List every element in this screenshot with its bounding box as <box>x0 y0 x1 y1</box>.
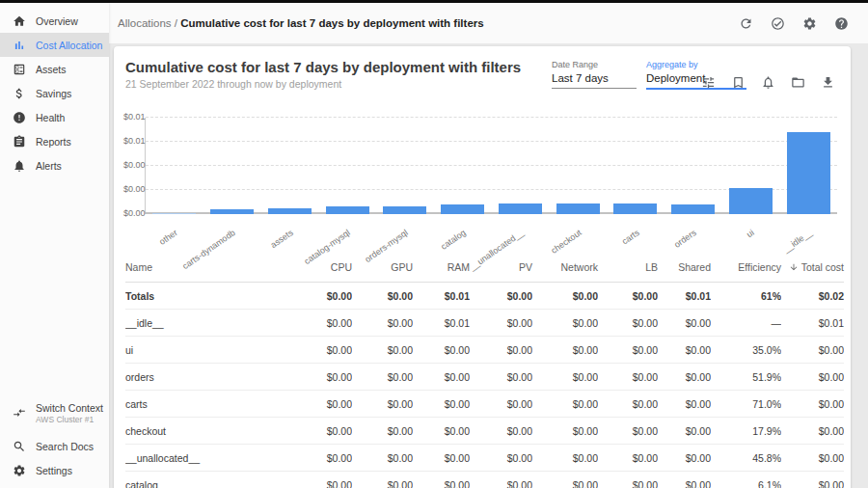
gear-button[interactable] <box>798 12 821 35</box>
chart-bar-catalog[interactable] <box>441 204 484 214</box>
cell-ram: $0.01 <box>413 283 470 310</box>
x-axis-tick-label: catalog <box>439 228 468 252</box>
cell-cpu: $0.00 <box>294 472 352 488</box>
tune-button[interactable] <box>698 72 718 92</box>
breadcrumb-section[interactable]: Allocations <box>118 17 172 29</box>
column-header-gpu[interactable]: GPU <box>352 253 413 283</box>
chart-slot <box>665 118 722 214</box>
cell-total-cost: $0.00 <box>781 418 844 445</box>
report-card: Cumulative cost for last 7 days by deplo… <box>114 46 851 488</box>
cell-efficiency: 71.0% <box>711 391 781 418</box>
table-row-carts[interactable]: carts$0.00$0.00$0.00$0.00$0.00$0.00$0.00… <box>125 391 844 418</box>
cell-shared: $0.00 <box>658 364 711 391</box>
chart-bar-__idle__[interactable] <box>787 132 830 214</box>
table-row-totals[interactable]: Totals$0.00$0.00$0.01$0.00$0.00$0.00$0.0… <box>125 283 844 310</box>
chart-bar-orders-mysql[interactable] <box>383 206 426 214</box>
folder-button[interactable] <box>788 72 807 92</box>
column-header-network[interactable]: Network <box>532 253 598 283</box>
sidebar-item-label: Savings <box>36 88 71 99</box>
switch-context-icon <box>12 405 26 420</box>
chart-bar-catalog-mysql[interactable] <box>326 206 369 214</box>
health-icon <box>13 111 26 124</box>
sidebar-item-search-docs[interactable]: Search Docs <box>0 434 109 458</box>
column-header-total-cost[interactable]: Total cost <box>781 253 844 283</box>
sort-arrow-down-icon <box>789 261 801 273</box>
chart-bar-assets[interactable] <box>268 208 312 214</box>
chart-bar-carts[interactable] <box>613 203 657 214</box>
cell-lb: $0.00 <box>598 418 658 445</box>
bell-button[interactable] <box>758 72 777 92</box>
chart-bar-carts-dynamodb[interactable] <box>210 209 254 214</box>
x-axis-tick-label: orders <box>673 228 699 250</box>
date-range-select[interactable]: Date Range Last 7 days <box>552 60 637 89</box>
chart-bar-checkout[interactable] <box>556 203 600 214</box>
cell-lb: $0.00 <box>598 283 658 310</box>
download-button[interactable] <box>818 72 837 92</box>
cell-gpu: $0.00 <box>352 472 413 488</box>
sidebar-item-savings[interactable]: Savings <box>0 81 109 105</box>
check-circle-button[interactable] <box>766 12 789 35</box>
sidebar-item-assets[interactable]: Assets <box>0 57 109 81</box>
sidebar-item-reports[interactable]: Reports <box>0 129 109 153</box>
sidebar-item-alerts[interactable]: Alerts <box>0 153 109 177</box>
date-range-value[interactable]: Last 7 days <box>552 69 637 89</box>
column-header-efficiency[interactable]: Efficiency <box>711 253 781 283</box>
dollar-icon <box>13 87 26 100</box>
sidebar-item-overview[interactable]: Overview <box>0 9 109 33</box>
x-axis-tick-label: __idle__ <box>781 228 814 255</box>
table-row-orders[interactable]: orders$0.00$0.00$0.00$0.00$0.00$0.00$0.0… <box>125 364 844 391</box>
column-header-pv[interactable]: PV <box>470 253 532 283</box>
chart-bar-orders[interactable] <box>671 204 715 214</box>
cell-shared: $0.01 <box>658 283 711 310</box>
table-row-ui[interactable]: ui$0.00$0.00$0.00$0.00$0.00$0.00$0.0035.… <box>125 337 844 364</box>
sidebar-item-health[interactable]: Health <box>0 105 109 129</box>
window-top-strip <box>0 0 868 3</box>
cell-ram: $0.00 <box>413 391 470 418</box>
cell-network: $0.00 <box>532 418 598 445</box>
x-axis-tick-label: carts <box>620 228 641 246</box>
chart-bar-__unallocated__[interactable] <box>499 203 542 214</box>
column-header-name[interactable]: Name <box>125 253 294 283</box>
table-row-catalog[interactable]: catalog$0.00$0.00$0.00$0.00$0.00$0.00$0.… <box>125 472 844 488</box>
cell-gpu: $0.00 <box>352 364 413 391</box>
cell-total-cost: $0.02 <box>781 283 844 310</box>
x-axis-tick-label: ui <box>746 228 756 239</box>
cell-efficiency: 35.0% <box>711 337 781 364</box>
chart-slot <box>607 118 665 214</box>
cell-pv: $0.00 <box>470 391 532 418</box>
assets-icon <box>13 63 26 76</box>
sidebar-item-switch-context[interactable]: Switch ContextAWS Cluster #1 <box>0 399 109 434</box>
chart-x-axis-labels: othercarts-dynamodbassetscatalog-mysqlor… <box>145 220 837 247</box>
cell-efficiency: 17.9% <box>711 418 781 445</box>
bookmark-button[interactable] <box>728 72 747 92</box>
column-header-cpu[interactable]: CPU <box>294 253 352 283</box>
chart-slot <box>146 118 203 214</box>
column-header-shared[interactable]: Shared <box>658 253 711 283</box>
arrow-down-icon <box>789 262 799 272</box>
sidebar-item-settings[interactable]: Settings <box>0 458 109 482</box>
y-axis-tick-label: $0.00 <box>123 208 143 218</box>
sidebar-item-cost-allocation[interactable]: Cost Allocation <box>0 33 109 57</box>
cell-cpu: $0.00 <box>294 337 352 364</box>
dollar-icon <box>12 86 26 100</box>
sidebar-nav: OverviewCost AllocationAssetsSavingsHeal… <box>0 3 109 177</box>
column-header-lb[interactable]: LB <box>598 253 658 283</box>
table-body: Totals$0.00$0.00$0.01$0.00$0.00$0.00$0.0… <box>125 283 844 488</box>
cell-pv: $0.00 <box>470 310 532 337</box>
table-row-checkout[interactable]: checkout$0.00$0.00$0.00$0.00$0.00$0.00$0… <box>125 418 844 445</box>
column-header-ram[interactable]: RAM <box>413 253 470 283</box>
health-icon <box>12 110 26 124</box>
download-icon <box>821 75 835 90</box>
column-header-label: Network <box>560 261 598 273</box>
refresh-button[interactable] <box>734 12 757 35</box>
gear-icon <box>12 463 26 477</box>
cell-name: __idle__ <box>125 310 294 337</box>
table-row-__idle__[interactable]: __idle__$0.00$0.00$0.01$0.00$0.00$0.00$0… <box>125 310 844 337</box>
chart-slot <box>549 118 607 214</box>
table-row-__unallocated__[interactable]: __unallocated__$0.00$0.00$0.00$0.00$0.00… <box>125 445 844 472</box>
help-button[interactable] <box>829 12 853 35</box>
chart-bar-other[interactable] <box>152 213 196 215</box>
chart-bar-ui[interactable] <box>729 188 773 214</box>
sidebar-item-label: Settings <box>36 465 72 476</box>
cell-name: checkout <box>125 418 294 445</box>
